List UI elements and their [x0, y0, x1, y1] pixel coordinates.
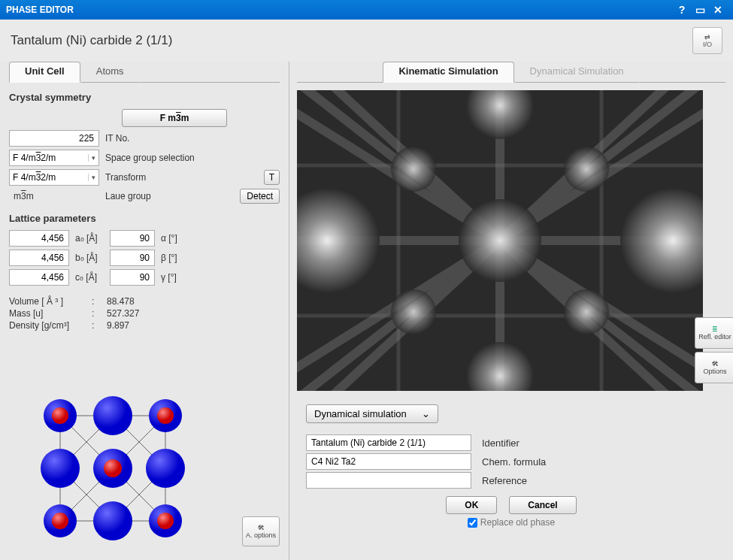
formula-input[interactable] — [306, 453, 471, 470]
mass-value: 527.327 — [107, 308, 139, 319]
simulation-mode-dropdown[interactable]: Dynamical simulation ⌄ — [306, 404, 438, 423]
cancel-button[interactable]: Cancel — [509, 496, 576, 514]
swap-icon: ⇄ — [704, 33, 710, 41]
svg-point-42 — [564, 289, 609, 334]
b0-label: b₀ [Å] — [75, 253, 104, 263]
atom-options-button[interactable]: 🛠 A. options — [242, 516, 280, 546]
reference-input[interactable] — [306, 472, 471, 489]
io-button[interactable]: ⇄ I/O — [692, 27, 722, 54]
alpha-label: α [°] — [161, 233, 177, 244]
tab-unit-cell[interactable]: Unit Cell — [9, 62, 80, 83]
beta-input[interactable] — [110, 250, 155, 266]
minimize-icon[interactable]: ▭ — [691, 2, 709, 17]
chevron-down-icon: ▾ — [88, 174, 95, 181]
simulation-image[interactable] — [297, 90, 703, 391]
c0-label: c₀ [Å] — [75, 272, 104, 283]
svg-point-12 — [146, 449, 185, 488]
a0-label: a₀ [Å] — [75, 233, 104, 244]
replace-old-phase-label: Replace old phase — [480, 517, 555, 528]
identifier-label: Identifier — [482, 437, 519, 449]
a0-input[interactable] — [9, 230, 69, 247]
reference-label: Reference — [482, 475, 527, 486]
laue-value: m3m — [9, 191, 99, 201]
svg-point-36 — [459, 199, 541, 282]
svg-point-17 — [157, 407, 174, 424]
alpha-input[interactable] — [110, 230, 155, 247]
list-icon: ≣ — [712, 325, 718, 333]
help-icon[interactable]: ? — [673, 2, 691, 17]
b0-input[interactable] — [9, 250, 69, 266]
options-button[interactable]: 🛠 Options — [695, 352, 733, 383]
density-value: 9.897 — [107, 320, 129, 331]
c0-input[interactable] — [9, 269, 69, 286]
crystal-structure-view[interactable] — [38, 393, 188, 546]
gamma-label: γ [°] — [161, 272, 177, 283]
wrench-icon: 🛠 — [258, 524, 265, 531]
transform-label: Transform — [105, 172, 146, 183]
window-title: PHASE EDITOR — [6, 5, 673, 15]
svg-point-10 — [41, 449, 80, 488]
formula-label: Chem. formula — [482, 456, 546, 468]
tab-atoms[interactable]: Atoms — [80, 62, 140, 83]
tab-dynamical[interactable]: Dynamical Simulation — [514, 62, 640, 83]
it-number-input[interactable] — [9, 130, 99, 147]
detect-button[interactable]: Detect — [240, 189, 280, 204]
identifier-input[interactable] — [306, 434, 471, 451]
beta-label: β [°] — [161, 253, 177, 263]
it-number-label: IT No. — [105, 133, 129, 144]
laue-label: Laue group — [105, 191, 151, 201]
svg-point-16 — [52, 407, 68, 424]
density-label: Density [g/cm³] — [9, 320, 92, 331]
gamma-input[interactable] — [110, 269, 155, 286]
chevron-down-icon: ⌄ — [422, 408, 430, 419]
crystal-symmetry-heading: Crystal symmetry — [9, 92, 280, 103]
svg-point-19 — [52, 513, 68, 529]
tab-kinematic[interactable]: Kinematic Simulation — [383, 62, 513, 83]
right-panel: Kinematic Simulation Dynamical Simulatio… — [289, 62, 733, 560]
header: Tantalum (Ni) carbide 2 (1/1) ⇄ I/O — [0, 20, 733, 62]
mass-label: Mass [u] — [9, 308, 92, 319]
spacegroup-button[interactable]: F m3m — [122, 109, 227, 127]
svg-point-18 — [104, 459, 122, 477]
close-icon[interactable]: ✕ — [709, 2, 727, 17]
svg-point-14 — [93, 501, 132, 540]
transform-button[interactable]: T — [264, 170, 280, 185]
svg-point-40 — [564, 147, 609, 192]
svg-point-8 — [93, 396, 132, 435]
volume-value: 88.478 — [107, 296, 135, 307]
page-title: Tantalum (Ni) carbide 2 (1/1) — [11, 33, 692, 48]
lattice-heading: Lattice parameters — [9, 213, 280, 224]
chevron-down-icon: ▾ — [88, 154, 95, 162]
svg-point-39 — [391, 147, 436, 192]
spacegroup-label: Space group selection — [105, 153, 195, 163]
svg-point-20 — [157, 513, 174, 529]
left-panel: Unit Cell Atoms Crystal symmetry F m3m I… — [0, 62, 289, 560]
volume-label: Volume [ Å ³ ] — [9, 296, 92, 307]
titlebar: PHASE EDITOR ? ▭ ✕ — [0, 0, 733, 20]
refl-editor-button[interactable]: ≣ Refl. editor — [695, 317, 733, 349]
ok-button[interactable]: OK — [446, 496, 497, 514]
svg-point-41 — [391, 289, 436, 334]
spacegroup-select-1[interactable]: F 4/m32/m▾ — [9, 150, 99, 166]
spacegroup-select-2[interactable]: F 4/m32/m▾ — [9, 169, 99, 186]
replace-old-phase-checkbox[interactable] — [468, 518, 477, 528]
wrench-icon: 🛠 — [712, 360, 719, 368]
